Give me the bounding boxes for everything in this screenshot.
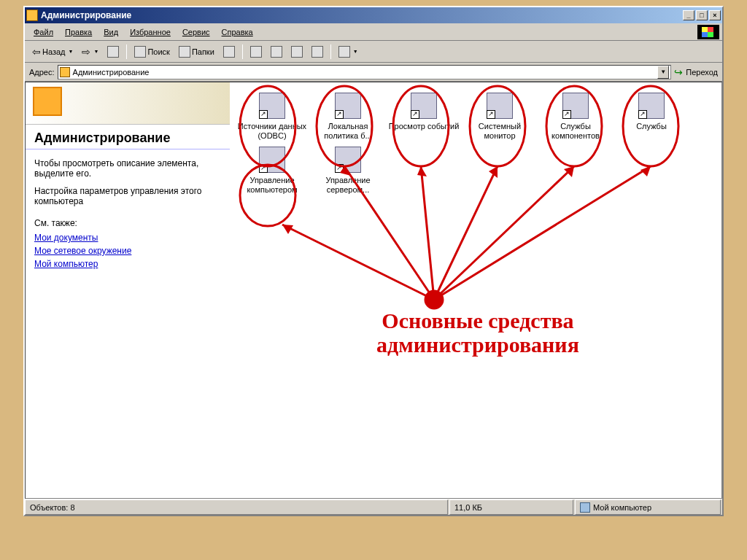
maximize-button[interactable]: □ bbox=[696, 10, 708, 20]
item-label: Службы компонентов bbox=[539, 122, 612, 141]
item-label: Локальная политика б... bbox=[311, 122, 384, 141]
windows-logo-icon bbox=[697, 25, 719, 39]
item-label: Источники данных (ODBC) bbox=[236, 122, 309, 141]
moveto-icon bbox=[250, 46, 262, 58]
menu-file[interactable]: Файл bbox=[28, 26, 59, 38]
item-event-viewer[interactable]: Просмотр событий bbox=[387, 93, 460, 141]
go-label: Переход bbox=[686, 68, 718, 77]
go-button[interactable]: ↪ Переход bbox=[674, 67, 718, 77]
item-perf-monitor[interactable]: Системный монитор bbox=[463, 93, 536, 141]
search-button[interactable]: Поиск bbox=[131, 44, 172, 59]
shortcut-icon bbox=[562, 110, 571, 119]
item-services[interactable]: Службы bbox=[615, 93, 688, 141]
views-button[interactable]: ▼ bbox=[336, 44, 361, 59]
link-my-computer[interactable]: Мой компьютер bbox=[34, 259, 221, 269]
folder-icon bbox=[60, 67, 70, 77]
window-title: Администрирование bbox=[41, 10, 683, 20]
history-button[interactable] bbox=[220, 44, 238, 59]
titlebar[interactable]: Администрирование _ □ × bbox=[25, 7, 722, 23]
search-label: Поиск bbox=[147, 47, 169, 56]
admin-tools-icon bbox=[33, 87, 62, 116]
item-label: Системный монитор bbox=[463, 122, 536, 141]
sidebar-body: Чтобы просмотреть описание элемента, выд… bbox=[26, 149, 230, 281]
item-computer-mgmt[interactable]: Управление компьютером bbox=[236, 147, 309, 195]
content-area: Администрирование Чтобы просмотреть опис… bbox=[25, 82, 722, 499]
shortcut-icon bbox=[335, 164, 344, 173]
dropdown-icon: ▼ bbox=[353, 49, 358, 54]
address-input[interactable]: Администрирование ▼ bbox=[58, 65, 672, 79]
sidebar-subtitle: Настройка параметров управления этого ко… bbox=[34, 186, 221, 206]
back-button[interactable]: ⇦Назад▼ bbox=[29, 44, 76, 59]
shortcut-icon bbox=[487, 110, 495, 119]
close-button[interactable]: × bbox=[709, 10, 721, 20]
delete-icon bbox=[291, 46, 303, 58]
svg-marker-19 bbox=[282, 225, 293, 234]
annotation-line1: Основные средства bbox=[317, 308, 638, 332]
link-my-network[interactable]: Мое сетевое окружение bbox=[34, 246, 221, 256]
menu-edit[interactable]: Правка bbox=[59, 26, 98, 38]
shortcut-icon bbox=[638, 110, 647, 119]
up-folder-icon bbox=[107, 46, 119, 58]
dropdown-icon: ▼ bbox=[93, 49, 98, 54]
svg-point-7 bbox=[425, 291, 443, 308]
folders-label: Папки bbox=[192, 47, 214, 56]
separator bbox=[242, 44, 243, 59]
item-odbc[interactable]: Источники данных (ODBC) bbox=[236, 93, 309, 141]
address-dropdown[interactable]: ▼ bbox=[657, 66, 669, 79]
banner bbox=[26, 82, 230, 125]
menu-view[interactable]: Вид bbox=[98, 26, 124, 38]
shortcut-icon bbox=[259, 110, 268, 119]
minimize-button[interactable]: _ bbox=[683, 10, 694, 20]
app-icon bbox=[26, 9, 38, 21]
status-size: 11,0 КБ bbox=[449, 499, 573, 515]
svg-line-18 bbox=[282, 225, 434, 300]
moveto-button[interactable] bbox=[247, 44, 265, 59]
shortcut-icon bbox=[411, 110, 419, 119]
go-arrow-icon: ↪ bbox=[674, 67, 684, 77]
item-label: Службы bbox=[615, 122, 688, 131]
forward-button[interactable]: ⇨▼ bbox=[79, 44, 101, 59]
menu-favorites[interactable]: Избранное bbox=[124, 26, 177, 38]
annotation-line2: администрирования bbox=[317, 332, 638, 357]
sidebar-panel: Администрирование Чтобы просмотреть опис… bbox=[26, 82, 230, 498]
item-server-mgmt[interactable]: Управление сервером... bbox=[311, 147, 384, 195]
copyto-button[interactable] bbox=[268, 44, 285, 59]
icon-pane[interactable]: Источники данных (ODBC) Локальная полити… bbox=[230, 82, 721, 498]
status-objects: Объектов: 8 bbox=[25, 499, 448, 515]
folders-button[interactable]: Папки bbox=[176, 44, 217, 59]
see-also-label: См. также: bbox=[34, 218, 221, 228]
views-icon bbox=[338, 46, 350, 58]
link-my-documents[interactable]: Мои документы bbox=[34, 233, 221, 243]
item-label: Просмотр событий bbox=[387, 122, 460, 131]
window-controls: _ □ × bbox=[683, 10, 721, 20]
separator bbox=[330, 44, 331, 59]
delete-button[interactable] bbox=[288, 44, 306, 59]
separator bbox=[126, 44, 127, 59]
item-label: Управление компьютером bbox=[236, 176, 309, 195]
item-local-policy[interactable]: Локальная политика б... bbox=[311, 93, 384, 141]
copyto-icon bbox=[271, 46, 282, 58]
up-button[interactable] bbox=[104, 44, 122, 59]
address-value: Администрирование bbox=[73, 68, 150, 77]
annotation-text: Основные средства администрирования bbox=[317, 308, 638, 357]
dropdown-icon: ▼ bbox=[69, 49, 74, 54]
shortcut-icon bbox=[259, 164, 268, 173]
sidebar-title: Администрирование bbox=[26, 125, 230, 149]
sidebar-desc: Чтобы просмотреть описание элемента, выд… bbox=[34, 158, 221, 179]
computer-icon bbox=[580, 502, 590, 513]
back-arrow-icon: ⇦ bbox=[32, 46, 41, 58]
explorer-window: Администрирование _ □ × Файл Правка Вид … bbox=[23, 6, 724, 516]
statusbar: Объектов: 8 11,0 КБ Мой компьютер bbox=[25, 499, 722, 515]
status-location: Мой компьютер bbox=[575, 499, 721, 515]
toolbar: ⇦Назад▼ ⇨▼ Поиск Папки ▼ bbox=[25, 41, 722, 63]
undo-button[interactable] bbox=[309, 44, 326, 59]
menu-tools[interactable]: Сервис bbox=[177, 26, 216, 38]
menubar: Файл Правка Вид Избранное Сервис Справка bbox=[25, 23, 722, 41]
history-icon bbox=[223, 46, 235, 58]
item-component-services[interactable]: Службы компонентов bbox=[539, 93, 612, 141]
address-label: Адрес: bbox=[29, 68, 55, 77]
addressbar: Адрес: Администрирование ▼ ↪ Переход bbox=[25, 63, 722, 82]
menu-help[interactable]: Справка bbox=[216, 26, 259, 38]
shortcut-icon bbox=[335, 110, 344, 119]
search-icon bbox=[134, 46, 146, 58]
